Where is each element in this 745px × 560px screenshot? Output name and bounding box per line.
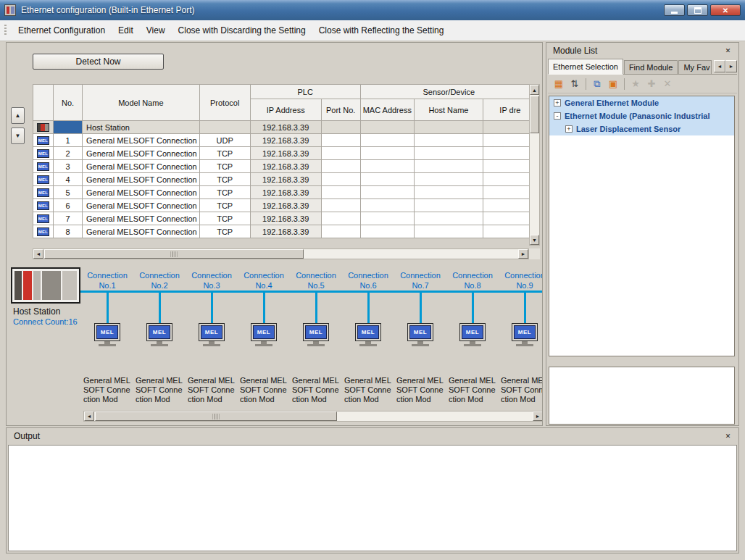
- cell-host[interactable]: [414, 199, 483, 212]
- module-monitor-icon[interactable]: MEL: [407, 323, 434, 346]
- cell-host[interactable]: [414, 121, 483, 134]
- scroll-down-button[interactable]: ▼: [530, 235, 539, 245]
- table-row-5[interactable]: MEL 5 General MELSOFT Connection TCP 192…: [33, 186, 538, 199]
- table-row-host-station[interactable]: Host Station 192.168.3.39: [33, 121, 538, 134]
- cell-ip[interactable]: 192.168.3.39: [250, 134, 321, 147]
- table-row-3[interactable]: MEL 3 General MELSOFT Connection TCP 192…: [33, 160, 538, 173]
- cell-host[interactable]: [414, 147, 483, 160]
- output-content[interactable]: [8, 445, 737, 551]
- cell-mac[interactable]: [360, 186, 414, 199]
- module-monitor-icon[interactable]: MEL: [511, 323, 538, 346]
- cell-port[interactable]: [321, 134, 360, 147]
- cell-host[interactable]: [414, 225, 483, 238]
- module-monitor-icon[interactable]: MEL: [146, 323, 173, 346]
- cell-port[interactable]: [321, 225, 360, 238]
- cell-model[interactable]: General MELSOFT Connection: [83, 160, 200, 173]
- cell-no[interactable]: 1: [54, 134, 83, 147]
- tab-ethernet-selection[interactable]: Ethernet Selection: [548, 59, 623, 75]
- cell-no[interactable]: 5: [54, 186, 83, 199]
- cell-protocol[interactable]: [199, 121, 250, 134]
- cell-no[interactable]: 4: [54, 173, 83, 186]
- vertical-scroll-thumb[interactable]: [530, 96, 539, 133]
- tab-scroll-left-button[interactable]: ◄: [714, 60, 725, 72]
- cell-mac[interactable]: [360, 225, 414, 238]
- tree-item-laser-displacement-sensor[interactable]: + Laser Displacement Sensor: [549, 122, 734, 135]
- module-monitor-icon[interactable]: MEL: [250, 323, 278, 346]
- cell-protocol[interactable]: TCP: [199, 173, 250, 186]
- cell-host[interactable]: [414, 212, 483, 225]
- cell-protocol[interactable]: TCP: [199, 212, 250, 225]
- cell-mac[interactable]: [360, 121, 414, 134]
- cell-protocol[interactable]: TCP: [199, 147, 250, 160]
- table-row-2[interactable]: MEL 2 General MELSOFT Connection TCP 192…: [33, 147, 538, 160]
- scroll-left-button[interactable]: ◄: [33, 249, 43, 259]
- table-row-1[interactable]: MEL 1 General MELSOFT Connection UDP 192…: [33, 134, 538, 147]
- host-station-image[interactable]: [11, 267, 80, 304]
- cell-ip[interactable]: 192.168.3.39: [250, 186, 321, 199]
- expand-icon[interactable]: +: [565, 125, 573, 133]
- scroll-up-button[interactable]: ▲: [530, 85, 539, 95]
- output-close-button[interactable]: ✕: [722, 431, 734, 442]
- image-display-icon[interactable]: ▣: [606, 77, 620, 91]
- table-row-7[interactable]: MEL 7 General MELSOFT Connection TCP 192…: [33, 212, 538, 225]
- cell-model[interactable]: Host Station: [83, 121, 200, 134]
- cell-port[interactable]: [321, 147, 360, 160]
- cell-ip[interactable]: 192.168.3.39: [250, 121, 321, 134]
- cell-port[interactable]: [321, 160, 360, 173]
- menu-edit[interactable]: Edit: [112, 20, 140, 41]
- tab-scroll-right-button[interactable]: ►: [725, 60, 737, 72]
- scroll-right-button[interactable]: ►: [518, 249, 528, 259]
- collapse-icon[interactable]: -: [554, 112, 561, 120]
- favorite-star-icon[interactable]: ★: [628, 77, 643, 91]
- module-monitor-icon[interactable]: MEL: [459, 323, 486, 346]
- tree-item-ethernet-module-panasonic[interactable]: - Ethernet Module (Panasonic Industrial: [549, 109, 734, 122]
- cell-model[interactable]: General MELSOFT Connection: [83, 212, 200, 225]
- menu-close-discarding[interactable]: Close with Discarding the Setting: [172, 20, 312, 41]
- cell-host[interactable]: [414, 186, 483, 199]
- cell-port[interactable]: [321, 121, 360, 134]
- cell-protocol[interactable]: TCP: [199, 186, 250, 199]
- table-row-4[interactable]: MEL 4 General MELSOFT Connection TCP 192…: [33, 173, 538, 186]
- table-row-8[interactable]: MEL 8 General MELSOFT Connection TCP 192…: [33, 225, 538, 238]
- cell-no[interactable]: 2: [54, 147, 83, 160]
- cell-model[interactable]: General MELSOFT Connection: [83, 134, 200, 147]
- cell-no[interactable]: 6: [54, 199, 83, 212]
- cell-ip[interactable]: 192.168.3.39: [250, 225, 321, 238]
- cell-ip[interactable]: 192.168.3.39: [250, 173, 321, 186]
- cell-model[interactable]: General MELSOFT Connection: [83, 199, 200, 212]
- delete-favorite-icon[interactable]: ✕: [660, 77, 675, 91]
- sort-order-icon[interactable]: ⇅: [567, 77, 582, 91]
- diagram-horizontal-scrollbar[interactable]: ◄ ►: [83, 411, 543, 422]
- horizontal-scroll-thumb[interactable]: [44, 249, 304, 259]
- cell-port[interactable]: [321, 212, 360, 225]
- cell-ip[interactable]: 192.168.3.39: [250, 199, 321, 212]
- cell-model[interactable]: General MELSOFT Connection: [83, 225, 200, 238]
- move-row-down-button[interactable]: ▼: [11, 128, 25, 144]
- cell-no-selected[interactable]: [54, 121, 83, 134]
- module-monitor-icon[interactable]: MEL: [354, 323, 382, 346]
- menu-close-reflecting[interactable]: Close with Reflecting the Setting: [312, 20, 451, 41]
- maximize-button[interactable]: [687, 4, 708, 16]
- close-button[interactable]: ✕: [710, 4, 741, 16]
- cell-ip[interactable]: 192.168.3.39: [250, 160, 321, 173]
- cell-mac[interactable]: [360, 160, 414, 173]
- module-monitor-icon[interactable]: MEL: [302, 323, 330, 346]
- expand-icon[interactable]: +: [554, 99, 561, 106]
- move-row-up-button[interactable]: ▲: [11, 107, 25, 124]
- detect-now-button[interactable]: Detect Now: [33, 54, 164, 70]
- cell-protocol[interactable]: TCP: [199, 225, 250, 238]
- menu-ethernet-configuration[interactable]: Ethernet Configuration: [12, 20, 112, 41]
- cell-port[interactable]: [321, 173, 360, 186]
- module-monitor-icon[interactable]: MEL: [198, 323, 225, 346]
- cell-no[interactable]: 3: [54, 160, 83, 173]
- window-display-icon[interactable]: ⧉: [590, 77, 604, 91]
- menu-view[interactable]: View: [140, 20, 172, 41]
- cell-port[interactable]: [321, 186, 360, 199]
- minimize-button[interactable]: [664, 4, 685, 16]
- cell-protocol[interactable]: UDP: [199, 134, 250, 147]
- table-horizontal-scrollbar[interactable]: ◄ ►: [33, 248, 529, 259]
- scroll-right-button[interactable]: ►: [533, 411, 543, 421]
- table-vertical-scrollbar[interactable]: ▲ ▼: [529, 84, 540, 246]
- horizontal-scroll-thumb[interactable]: [95, 411, 337, 421]
- scroll-left-button[interactable]: ◄: [84, 411, 94, 421]
